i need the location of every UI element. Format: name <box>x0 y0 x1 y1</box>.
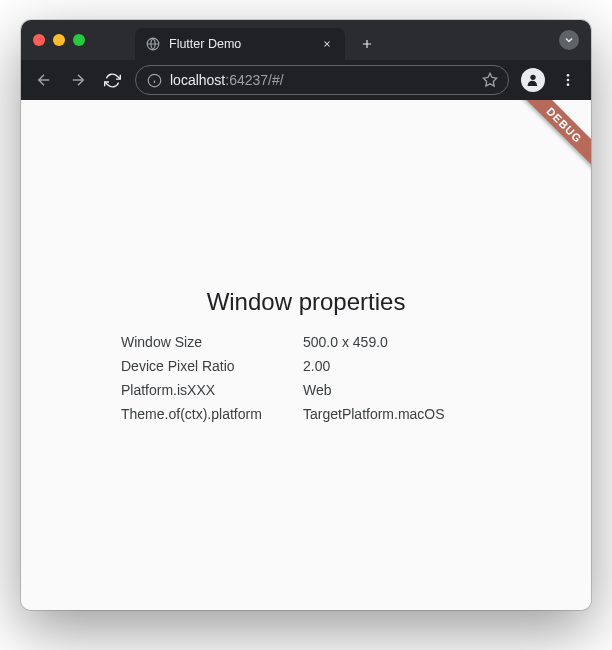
address-bar[interactable]: localhost:64237/#/ <box>135 65 509 95</box>
prop-value: 2.00 <box>303 358 491 374</box>
prop-label: Window Size <box>121 334 291 350</box>
minimize-window-button[interactable] <box>53 34 65 46</box>
page-content: Window properties Window Size 500.0 x 45… <box>21 100 591 610</box>
site-info-icon[interactable] <box>146 72 162 88</box>
prop-value: TargetPlatform.macOS <box>303 406 491 422</box>
profile-button[interactable] <box>521 68 545 92</box>
prop-value: 500.0 x 459.0 <box>303 334 491 350</box>
prop-label: Platform.isXXX <box>121 382 291 398</box>
page-title: Window properties <box>207 288 406 316</box>
prop-label: Theme.of(ctx).platform <box>121 406 291 422</box>
bookmark-button[interactable] <box>482 72 498 88</box>
url-path: /#/ <box>268 72 284 88</box>
close-tab-button[interactable] <box>319 36 335 52</box>
svg-marker-2 <box>483 73 496 86</box>
close-window-button[interactable] <box>33 34 45 46</box>
globe-icon <box>145 36 161 52</box>
prop-value: Web <box>303 382 491 398</box>
browser-tab[interactable]: Flutter Demo <box>135 28 345 60</box>
tab-title: Flutter Demo <box>169 37 311 51</box>
maximize-window-button[interactable] <box>73 34 85 46</box>
url-display: localhost:64237/#/ <box>170 72 474 88</box>
reload-button[interactable] <box>97 65 127 95</box>
prop-label: Device Pixel Ratio <box>121 358 291 374</box>
browser-chrome: Flutter Demo <box>21 20 591 100</box>
svg-point-5 <box>567 79 570 82</box>
url-port: :64237 <box>225 72 268 88</box>
svg-point-3 <box>530 75 535 80</box>
overflow-menu-button[interactable] <box>553 65 583 95</box>
properties-grid: Window Size 500.0 x 459.0 Device Pixel R… <box>121 334 491 422</box>
page-viewport: DEBUG Window properties Window Size 500.… <box>21 100 591 610</box>
back-button[interactable] <box>29 65 59 95</box>
svg-point-6 <box>567 83 570 86</box>
window-controls <box>33 34 85 46</box>
title-bar: Flutter Demo <box>21 20 591 60</box>
browser-window: Flutter Demo <box>21 20 591 610</box>
url-host: localhost <box>170 72 225 88</box>
forward-button[interactable] <box>63 65 93 95</box>
svg-point-4 <box>567 74 570 77</box>
toolbar: localhost:64237/#/ <box>21 60 591 100</box>
new-tab-button[interactable] <box>353 30 381 58</box>
tabs-dropdown-button[interactable] <box>559 30 579 50</box>
